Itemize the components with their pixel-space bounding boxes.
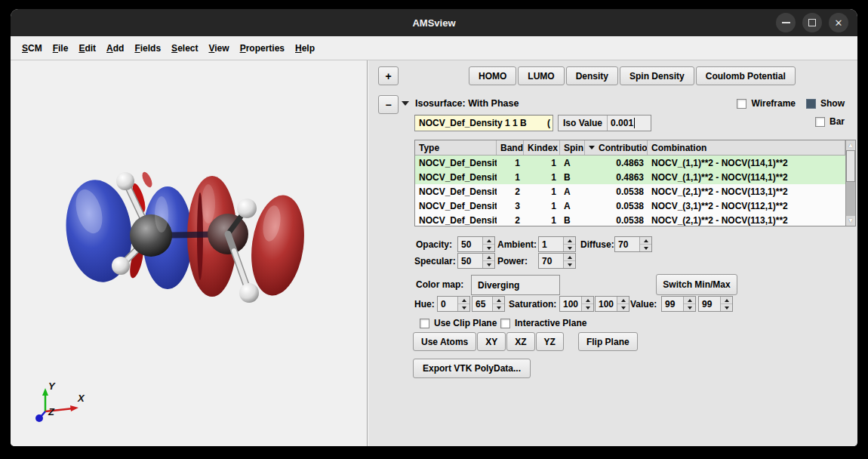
cell-band: 2 <box>497 215 524 226</box>
value-max-spinbox[interactable]: 99 <box>698 296 733 312</box>
3d-viewport[interactable]: Y X Z <box>11 60 368 446</box>
column-header-kindex[interactable]: Kindex <box>524 140 560 155</box>
hue-min-spinbox[interactable]: 0 <box>437 296 470 312</box>
column-header-combination[interactable]: Combination <box>648 140 845 155</box>
switch-minmax-button[interactable]: Switch Min/Max <box>656 274 737 295</box>
menu-item-edit[interactable]: Edit <box>73 40 101 57</box>
menu-item-help[interactable]: Help <box>290 40 320 57</box>
cell-type: NOCV_Def_Density <box>415 186 497 197</box>
spinner-arrows-icon[interactable] <box>581 297 593 311</box>
column-header-type[interactable]: Type <box>415 140 497 155</box>
menu-item-add[interactable]: Add <box>101 40 129 57</box>
scroll-down-icon[interactable]: ▼ <box>846 216 855 226</box>
ambient-spinbox[interactable]: 1 <box>538 236 576 252</box>
axis-label-x: X <box>77 393 85 404</box>
cell-contribution: 0.0538 <box>585 215 648 226</box>
saturation-min-spinbox[interactable]: 100 <box>559 296 594 312</box>
table-scrollbar[interactable]: ▲ ▼ <box>845 140 855 226</box>
coulomb-potential-button[interactable]: Coulomb Potential <box>696 66 796 85</box>
saturation-label: Saturation: <box>509 299 556 310</box>
saturation-max-spinbox[interactable]: 100 <box>595 296 629 312</box>
flip-plane-button[interactable]: Flip Plane <box>578 332 638 351</box>
field-select[interactable]: NOCV_Def_Density 1 1 B ( <box>414 115 553 131</box>
cell-band: 2 <box>497 186 524 197</box>
hue-max-spinbox[interactable]: 65 <box>472 296 505 312</box>
iso-value-input[interactable]: 0.001 <box>608 116 651 131</box>
scrollbar-thumb[interactable] <box>846 150 855 182</box>
colormap-select[interactable]: Diverging <box>471 275 560 295</box>
ambient-value: 1 <box>539 237 563 251</box>
table-row[interactable]: NOCV_Def_Density 2 1 B 0.0538 NOCV_(2,1)… <box>415 213 845 226</box>
spinner-arrows-icon[interactable] <box>683 297 695 311</box>
xz-plane-button[interactable]: XZ <box>506 332 534 351</box>
cell-type: NOCV_Def_Density <box>415 172 497 183</box>
cell-spin: A <box>560 158 585 168</box>
menu-item-properties[interactable]: Properties <box>235 40 290 57</box>
use-atoms-button[interactable]: Use Atoms <box>413 332 476 351</box>
scroll-up-icon[interactable]: ▲ <box>846 140 855 150</box>
table-row[interactable]: NOCV_Def_Density 1 1 B 0.4863 NOCV_(1,1)… <box>415 170 845 184</box>
menu-item-select[interactable]: Select <box>166 40 203 57</box>
column-header-contribution[interactable]: Contribution <box>585 140 648 155</box>
menu-item-fields[interactable]: Fields <box>129 40 166 57</box>
spinner-arrows-icon[interactable] <box>720 297 732 311</box>
use-clip-plane-checkbox[interactable] <box>420 319 429 328</box>
molecule-render[interactable]: Y X Z <box>11 60 368 445</box>
add-field-button[interactable]: + <box>378 66 399 85</box>
power-label: Power: <box>497 256 528 266</box>
cell-spin: B <box>560 215 585 226</box>
lumo-button[interactable]: LUMO <box>518 66 564 85</box>
cell-combination: NOCV_(2,1)**2 - NOCV(113,1)**2 <box>648 186 845 197</box>
field-shortcut-buttons: HOMO LUMO Density Spin Density Coulomb P… <box>469 66 796 85</box>
menu-item-view[interactable]: View <box>203 40 234 57</box>
spinner-arrows-icon[interactable] <box>617 297 629 311</box>
table-header: Type Band Kindex Spin Contribution Combi… <box>415 140 845 156</box>
interactive-plane-checkbox[interactable] <box>500 319 510 328</box>
spinner-arrows-icon[interactable] <box>563 237 575 251</box>
column-header-spin[interactable]: Spin <box>560 140 585 155</box>
export-vtk-button[interactable]: Export VTK PolyData... <box>413 359 531 378</box>
maximize-button[interactable] <box>802 13 822 32</box>
spinner-arrows-icon[interactable] <box>492 297 504 311</box>
table-row[interactable]: NOCV_Def_Density 2 1 A 0.0538 NOCV_(2,1)… <box>415 184 845 199</box>
spinner-arrows-icon[interactable] <box>639 237 651 251</box>
collapse-triangle-icon[interactable] <box>402 101 409 106</box>
column-header-band[interactable]: Band <box>497 140 524 155</box>
spinner-arrows-icon[interactable] <box>563 254 575 268</box>
hue-max-value: 65 <box>472 297 492 311</box>
menu-item-file[interactable]: File <box>48 40 74 57</box>
xy-plane-button[interactable]: XY <box>477 332 506 351</box>
opacity-spinbox[interactable]: 50 <box>457 236 495 252</box>
power-spinbox[interactable]: 70 <box>538 253 576 269</box>
title-bar[interactable]: AMSview ✕ <box>11 9 857 36</box>
spinner-arrows-icon[interactable] <box>457 297 469 311</box>
spinner-arrows-icon[interactable] <box>482 254 494 268</box>
cell-combination: NOCV_(1,1)**2 - NOCV(114,1)**2 <box>648 172 845 183</box>
menu-bar: SCM File Edit Add Fields Select View Pro… <box>11 36 857 60</box>
table-row[interactable]: NOCV_Def_Density 3 1 A 0.0538 NOCV_(3,1)… <box>415 199 845 213</box>
remove-field-button[interactable]: − <box>378 95 399 114</box>
density-button[interactable]: Density <box>566 66 618 85</box>
cell-type: NOCV_Def_Density <box>415 158 497 168</box>
bar-checkbox[interactable] <box>815 117 825 127</box>
value-min-spinbox[interactable]: 99 <box>661 296 696 312</box>
section-title: Isosurface: With Phase <box>415 98 519 109</box>
wireframe-checkbox[interactable] <box>737 99 746 109</box>
specular-spinbox[interactable]: 50 <box>457 253 495 269</box>
spinner-arrows-icon[interactable] <box>482 237 494 251</box>
contribution-header-text: Contribution <box>599 143 648 153</box>
wireframe-label: Wireframe <box>751 98 796 109</box>
minimize-button[interactable] <box>776 13 796 32</box>
homo-button[interactable]: HOMO <box>469 66 516 85</box>
show-checkbox[interactable] <box>806 99 816 109</box>
diffuse-spinbox[interactable]: 70 <box>614 236 652 252</box>
table-row[interactable]: NOCV_Def_Density 1 1 A 0.4863 NOCV_(1,1)… <box>415 156 845 170</box>
text-caret <box>634 118 635 128</box>
scrollbar-track[interactable] <box>846 182 855 216</box>
yz-plane-button[interactable]: YZ <box>536 332 564 351</box>
menu-item-scm[interactable]: SCM <box>17 40 48 57</box>
close-button[interactable]: ✕ <box>829 13 848 32</box>
hue-min-value: 0 <box>438 297 457 311</box>
spin-density-button[interactable]: Spin Density <box>620 66 694 85</box>
cell-band: 1 <box>497 158 524 168</box>
